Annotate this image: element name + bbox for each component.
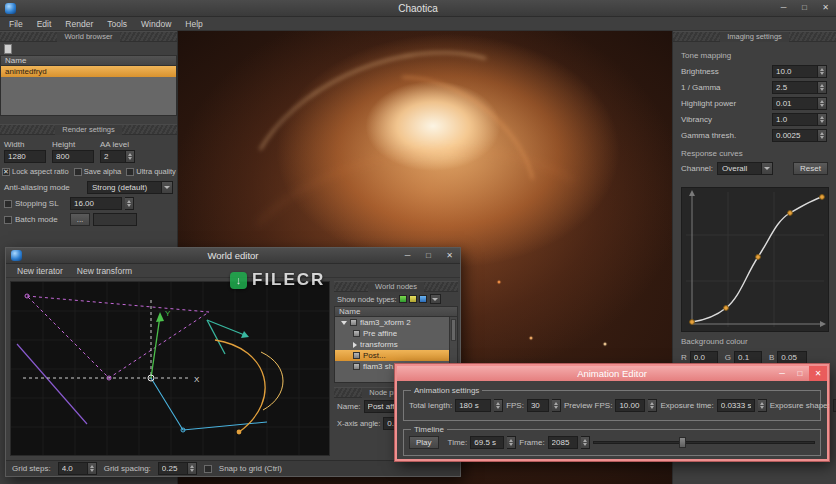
node-type-shader-icon[interactable] [419,295,427,303]
imaging-settings-header[interactable]: Imaging settings [673,31,836,42]
timeline-slider-handle[interactable] [679,437,686,448]
grid-spacing-input[interactable] [158,462,188,475]
curve-point[interactable] [690,320,695,325]
height-input[interactable] [52,150,94,163]
lock-aspect-checkbox[interactable] [2,168,10,176]
tree-item-selected[interactable]: Post... [335,350,457,361]
ultra-quality-checkbox[interactable] [126,168,134,176]
minimize-button[interactable]: ─ [397,248,418,264]
maximize-button[interactable]: □ [794,0,815,16]
red-input[interactable] [690,351,718,364]
world-nodes-header[interactable]: World nodes [334,281,458,292]
total-length-input[interactable] [455,399,491,412]
curve-point[interactable] [724,306,729,311]
menu-file[interactable]: File [2,19,30,29]
tree-item[interactable]: transforms [335,339,457,350]
grid-steps-input[interactable] [58,462,88,475]
time-spinner[interactable] [507,436,516,449]
save-alpha-checkbox[interactable] [74,168,82,176]
transform-editor-canvas[interactable]: X Y [10,281,330,456]
reset-button[interactable]: Reset [793,162,828,175]
node-type-filter-button[interactable] [430,294,441,304]
menu-help[interactable]: Help [178,19,209,29]
frame-spinner[interactable] [581,436,590,449]
response-curve-graph[interactable] [681,187,829,332]
aa-level-input[interactable] [100,150,126,163]
preview-fps-spinner[interactable] [648,399,657,412]
brightness-spinner[interactable] [818,65,827,78]
vibrancy-input[interactable] [772,113,818,126]
grid-spacing-spinner[interactable] [188,462,197,475]
frame-input[interactable] [548,436,578,449]
response-curves-label: Response curves [673,149,836,158]
world-editor-titlebar[interactable]: World editor ─ □ ✕ [6,248,460,264]
expander-icon[interactable] [341,321,347,325]
gamma-input[interactable] [772,81,818,94]
stopping-sl-spinner[interactable] [125,197,134,210]
node-icon [353,352,360,359]
new-iterator-menu[interactable]: New iterator [10,266,70,276]
close-button[interactable]: ✕ [439,248,460,264]
menu-tools[interactable]: Tools [100,19,134,29]
preview-fps-input[interactable] [615,399,645,412]
batch-mode-checkbox[interactable] [4,216,12,224]
minimize-button[interactable]: ─ [773,366,791,381]
batch-path-input[interactable] [93,213,137,226]
document-icon[interactable] [4,44,12,54]
world-browser-header[interactable]: World browser [0,31,177,42]
stopping-sl-checkbox[interactable] [4,200,12,208]
nodes-name-column[interactable]: Name [334,306,458,317]
aa-mode-select[interactable]: Strong (default) [87,181,173,194]
timeline-slider[interactable] [593,436,815,449]
aa-level-spinner[interactable] [126,150,135,163]
exposure-time-input[interactable] [717,399,755,412]
menu-window[interactable]: Window [134,19,178,29]
curve-point[interactable] [756,255,761,260]
tree-item[interactable]: flam3_xform 2 [335,317,457,328]
menu-edit[interactable]: Edit [30,19,59,29]
render-settings-header[interactable]: Render settings [0,124,177,135]
grid-steps-spinner[interactable] [88,462,97,475]
exposure-time-spinner[interactable] [758,399,767,412]
close-button[interactable]: ✕ [809,366,827,381]
node-type-transform-icon[interactable] [409,295,417,303]
close-button[interactable]: ✕ [815,0,836,16]
width-input[interactable] [4,150,46,163]
animation-editor-titlebar[interactable]: Animation Editor ─ □ ✕ [397,366,827,381]
play-button[interactable]: Play [409,436,439,449]
vibrancy-spinner[interactable] [818,113,827,126]
main-titlebar[interactable]: Chaotica ─ □ ✕ [0,0,836,17]
gamma-threshold-spinner[interactable] [818,129,827,142]
highlight-power-spinner[interactable] [818,97,827,110]
expander-icon[interactable] [353,342,357,348]
gamma-spinner[interactable] [818,81,827,94]
tone-mapping-label: Tone mapping [673,51,836,60]
blue-input[interactable] [777,351,807,364]
gamma-threshold-input[interactable] [772,129,818,142]
new-transform-menu[interactable]: New transform [70,266,139,276]
browse-button[interactable]: ... [70,213,90,226]
world-item-selected[interactable]: animtedfryd [1,66,176,77]
node-type-iterator-icon[interactable] [399,295,407,303]
world-browser-name-column[interactable]: Name [0,55,177,66]
maximize-button[interactable]: □ [791,366,809,381]
snap-to-grid-checkbox[interactable] [204,465,212,473]
time-input[interactable] [470,436,504,449]
fps-spinner[interactable] [552,399,561,412]
timeline-slider-track[interactable] [593,441,815,444]
green-input[interactable] [734,351,762,364]
curve-point[interactable] [788,211,793,216]
fps-input[interactable] [527,399,549,412]
total-length-spinner[interactable] [494,399,503,412]
brightness-input[interactable] [772,65,818,78]
highlight-power-input[interactable] [772,97,818,110]
channel-select[interactable]: Overall [717,162,773,175]
curve-point[interactable] [820,195,825,200]
stopping-sl-input[interactable] [70,197,122,210]
menu-render[interactable]: Render [58,19,100,29]
minimize-button[interactable]: ─ [773,0,794,16]
background-colour-label: Background colour [673,337,756,346]
maximize-button[interactable]: □ [418,248,439,264]
tree-item[interactable]: Pre affine [335,328,457,339]
grid-steps-label: Grid steps: [12,464,51,473]
